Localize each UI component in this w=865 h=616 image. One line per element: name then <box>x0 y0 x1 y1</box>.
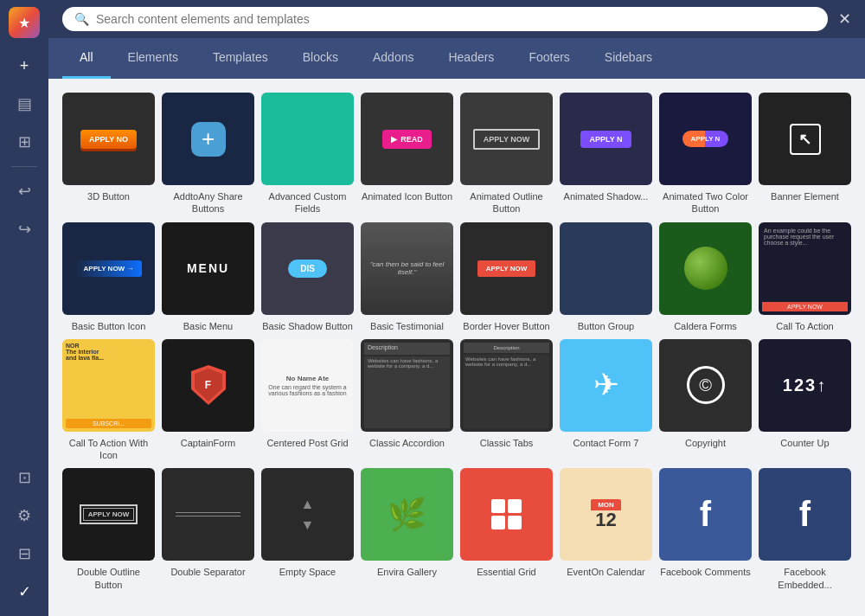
item-thumb <box>659 222 752 315</box>
sidebar-pages-button[interactable]: ⊟ <box>7 536 42 571</box>
accordion-preview: Description Websites can have fashions, … <box>361 339 453 432</box>
list-item[interactable]: NORThe interiorand lava fla... SUBSCRI..… <box>62 339 155 462</box>
item-label: 3D Button <box>87 190 130 202</box>
list-item[interactable]: Double Separator <box>162 468 254 591</box>
item-label: Facebook Embedded... <box>759 566 851 591</box>
shadow2-preview: DIS <box>288 260 327 278</box>
list-item[interactable]: ↖ Banner Element <box>759 93 851 215</box>
item-thumb: + <box>162 93 254 185</box>
testimonial-preview: "can then be said to feel itself." <box>361 222 453 315</box>
list-item[interactable]: Description Websites can have fashions, … <box>460 339 553 462</box>
item-label: Caldera Forms <box>674 320 737 332</box>
item-label: Call To Action <box>776 320 833 332</box>
sidebar-check-button[interactable]: ✓ <box>7 574 42 609</box>
item-label: Envira Gallery <box>377 566 437 578</box>
acf-text: ACF <box>288 128 327 151</box>
item-label: Animated Shadow... <box>564 190 649 202</box>
add-icon: + <box>20 57 29 75</box>
sidebar-settings-button[interactable]: ⚙ <box>7 498 42 533</box>
sidebar-redo-button[interactable]: ↪ <box>7 212 42 247</box>
item-thumb: ↖ <box>759 93 851 185</box>
item-label: Contact Form 7 <box>573 437 639 449</box>
item-thumb <box>162 468 254 561</box>
list-item[interactable]: ▲ ▼ Empty Space <box>261 468 354 591</box>
list-item[interactable]: ✈ Contact Form 7 <box>560 339 652 462</box>
sidebar-layout-button[interactable]: ▤ <box>7 87 42 121</box>
list-item[interactable]: Essential Grid <box>460 468 553 591</box>
item-label: Animated Icon Button <box>362 190 452 202</box>
border-hover-preview: APPLY NOW <box>477 260 536 277</box>
item-thumb: DIS <box>261 222 354 315</box>
sidebar-layers-button[interactable]: ⊞ <box>7 125 42 159</box>
grid-area: APPLY NO 3D Button + AddtoAny Share Butt… <box>48 79 865 616</box>
list-item[interactable]: ▶READ Animated Icon Button <box>361 93 453 215</box>
list-item[interactable]: + AddtoAny Share Buttons <box>162 93 254 215</box>
sidebar-divider <box>11 166 37 167</box>
list-item[interactable]: APPLY N Animated Shadow... <box>560 93 652 215</box>
item-thumb: © <box>659 339 752 432</box>
list-item[interactable]: Caldera Forms <box>659 222 752 332</box>
item-thumb: NORThe interiorand lava fla... SUBSCRI..… <box>62 339 155 432</box>
tab-headers[interactable]: Headers <box>431 38 511 79</box>
redo-icon: ↪ <box>18 220 31 239</box>
sidebar-widget-button[interactable]: ⊡ <box>7 460 42 495</box>
item-label: Counter Up <box>780 437 829 449</box>
list-item[interactable]: Description Websites can have fashions, … <box>361 339 453 462</box>
list-item[interactable]: APPLY NOW Double Outline Button <box>62 468 155 591</box>
tab-all[interactable]: All <box>62 38 111 79</box>
pages-icon: ⊟ <box>18 544 31 563</box>
sidebar-add-button[interactable]: + <box>7 48 42 83</box>
list-item[interactable]: ACF Advanced Custom Fields <box>261 93 354 215</box>
tab-blocks[interactable]: Blocks <box>285 38 356 79</box>
tab-elements[interactable]: Elements <box>111 38 195 79</box>
item-label: Essential Grid <box>477 566 535 578</box>
sidebar-undo-button[interactable]: ↩ <box>7 174 42 209</box>
outline-btn-preview: APPLY NOW <box>473 129 541 150</box>
list-item[interactable]: DIS Basic Shadow Button <box>261 222 354 332</box>
item-thumb: ✈ <box>560 339 652 432</box>
list-item[interactable]: No Name Ate One can regard the system a … <box>261 339 354 462</box>
list-item[interactable]: APPLY NOW → Basic Button Icon <box>62 222 155 332</box>
item-label: Button Group <box>578 320 634 332</box>
cta-icon-preview: NORThe interiorand lava fla... SUBSCRI..… <box>62 339 155 432</box>
item-thumb: Description Websites can have fashions, … <box>361 339 453 432</box>
app-logo: ★ <box>9 7 40 38</box>
logo-icon: ★ <box>18 15 30 31</box>
list-item[interactable]: APPLY NO 3D Button <box>62 93 155 215</box>
item-thumb: f <box>659 468 752 561</box>
list-item[interactable]: © Copyright <box>659 339 752 462</box>
tab-footers[interactable]: Footers <box>511 38 586 79</box>
list-item[interactable]: f Facebook Embedded... <box>759 468 851 591</box>
item-label: Animated Two Color Button <box>659 190 752 215</box>
list-item[interactable]: f Facebook Comments <box>659 468 752 591</box>
list-item[interactable]: MENU Basic Menu <box>162 222 254 332</box>
eventon-preview: MON 12 <box>560 468 652 561</box>
arrow-down-icon: ▼ <box>301 517 315 533</box>
item-label: Basic Testimonial <box>370 320 444 332</box>
list-item[interactable]: APPLY N Animated Two Color Button <box>659 93 752 215</box>
tab-addons[interactable]: Addons <box>356 38 431 79</box>
menu-preview: MENU <box>187 261 229 275</box>
main-content: 🔍 ✕ All Elements Templates Blocks Addons… <box>48 0 865 616</box>
tab-sidebars[interactable]: Sidebars <box>587 38 670 79</box>
list-item[interactable]: 🌿 Envira Gallery <box>361 468 453 591</box>
eventon-day: 12 <box>595 510 616 529</box>
list-item[interactable]: F CaptainForm <box>162 339 254 462</box>
item-thumb: MON 12 <box>560 468 652 561</box>
tab-templates[interactable]: Templates <box>195 38 285 79</box>
list-item[interactable]: 123↑ Counter Up <box>759 339 851 462</box>
list-item[interactable]: Button Group <box>560 222 652 332</box>
close-button[interactable]: ✕ <box>838 10 851 29</box>
search-input[interactable] <box>96 12 816 26</box>
list-item[interactable]: "can then be said to feel itself." Basic… <box>361 222 453 332</box>
eg-preview <box>460 468 553 561</box>
list-item[interactable]: An example could be the purchase request… <box>759 222 851 332</box>
list-item[interactable]: APPLY NOW Border Hover Button <box>460 222 553 332</box>
item-label: Facebook Comments <box>660 566 751 578</box>
item-thumb: ▲ ▼ <box>261 468 354 561</box>
list-item[interactable]: APPLY NOW Animated Outline Button <box>460 93 553 215</box>
item-thumb: APPLY NOW <box>460 93 553 185</box>
list-item[interactable]: MON 12 EventOn Calendar <box>560 468 652 591</box>
dbl-sep-preview <box>176 512 240 517</box>
copyright-preview: © <box>659 339 752 432</box>
